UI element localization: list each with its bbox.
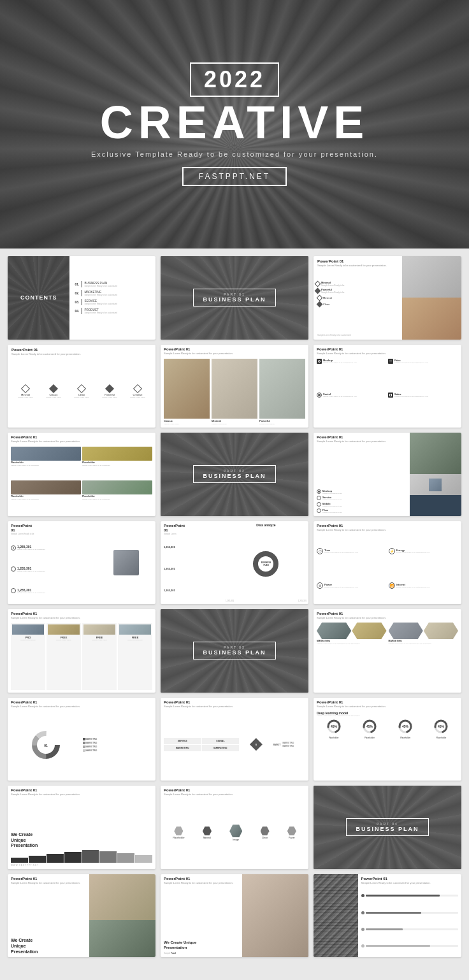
hero-brand: FASTPPT.NET [199,172,270,181]
slide7-sub: Sample Lorem Ready to be customized for … [11,440,152,443]
slide18-title: PowerPoint 01 [317,700,458,704]
slide-9[interactable]: PowerPoint 01 Sample Lorem Ready to be c… [314,433,461,516]
slide-17[interactable]: PowerPoint 01 Sample Lorem Ready to be c… [161,698,308,781]
part04-box: PART 04 BUSINESS PLAN [346,818,428,836]
contents-item-3: 03. SERVICE Sample lorem Ready to be cus… [75,299,150,305]
hero-year-box: 2022 [190,62,279,97]
slide-6[interactable]: PowerPoint 01 Sample Lorem Ready to be c… [314,345,461,428]
slide23-title: PowerPoint 01 [164,877,239,881]
slide-24[interactable]: PowerPoint 01 Sample Lorem Ready to be c… [314,874,461,958]
slide-part01[interactable]: PART 01 BUSINESS PLAN [161,256,308,340]
slide-11[interactable]: PowerPoint01 Sample Lorem 1,265,301 1,26… [161,521,308,605]
hero-subtitle: Exclusive Template Ready to be customize… [91,150,378,158]
slide16-sub: Sample Lorem Ready to be customized for … [11,705,152,708]
slide3-title: PowerPoint 01 [317,259,398,263]
part03-inner: PART 03 BUSINESS PLAN [161,609,308,693]
part03-box: PART 03 BUSINESS PLAN [193,642,275,659]
slide-10[interactable]: PowerPoint01 Sample Lorem Ready to be 1,… [8,521,155,605]
slide-5[interactable]: PowerPoint 01 Sample Lorem Ready to be c… [161,345,308,428]
slide6-title: PowerPoint 01 [317,347,458,351]
contents-item-2: 02. MARKETING Sample lorem Ready to be c… [75,290,150,296]
slide-22[interactable]: PowerPoint 01 Sample Lorem Ready to be c… [8,874,155,958]
slide-part04[interactable]: PART 04 BUSINESS PLAN [314,786,461,869]
slide-4[interactable]: PowerPoint 01 Sample Lorem Ready to be c… [8,345,155,428]
slide23-sub: Sample Lorem Ready to be customized for … [164,881,239,884]
slide22-sub: Sample Lorem Ready to be customized for … [11,881,86,884]
hero-content: 2022 CREATIVE Exclusive Template Ready t… [91,62,378,186]
svg-text:45%: 45% [438,724,445,728]
slide9-title: PowerPoint 01 [317,435,407,439]
contents-right-panel: 01. BUSINESS PLAN Sample lorem Ready to … [69,256,155,340]
slide19-sub: Sample Lorem Ready to be customized for … [11,793,152,796]
slide17-title: PowerPoint 01 [164,700,305,704]
slide6-sub: Sample Lorem Ready to be customized for … [317,352,458,355]
slide4-title: PowerPoint 01 [11,348,152,352]
part01-box: PART 01 BUSINESS PLAN [193,289,275,306]
slide-15[interactable]: PowerPoint 01 Sample Lorem Ready to be c… [314,609,461,693]
part01-name: BUSINESS PLAN [203,296,266,303]
slide24-title: PowerPoint 01 [361,877,458,881]
slide20-title: PowerPoint 01 [164,788,305,792]
slide12-sub: Sample Lorem Ready to be customized for … [317,528,458,531]
slide22-title: PowerPoint 01 [11,877,86,881]
hero-title: CREATIVE [91,99,378,145]
slide9-sub: Sample Lorem Ready to be customized for … [317,440,407,443]
bottom-space [0,965,469,972]
hero-year: 2022 [204,66,265,93]
svg-text:45%: 45% [366,724,373,728]
slide13-sub: Sample Lorem Ready to be customized for … [11,616,152,619]
contents-left-panel: CONTENTS [8,256,69,340]
slide4-sub: Sample Lorem Ready to be customized for … [11,352,152,356]
part01-inner: PART 01 BUSINESS PLAN [161,256,308,340]
slide-23[interactable]: PowerPoint 01 Sample Lorem Ready to be c… [161,874,308,958]
part02-inner: PART 02 BUSINESS PLAN [161,433,308,516]
slide-20[interactable]: PowerPoint 01 Sample Lorem Ready to be c… [161,786,308,869]
slide-part03[interactable]: PART 03 BUSINESS PLAN [161,609,308,693]
part03-name: BUSINESS PLAN [203,649,266,656]
svg-text:01: 01 [44,744,48,747]
slide20-sub: Sample Lorem Ready to be customized for … [164,793,305,796]
part04-inner: PART 04 BUSINESS PLAN [314,786,461,869]
svg-text:45%: 45% [331,724,338,728]
slide15-sub: Sample Lorem Ready to be customized for … [317,616,458,619]
slide24-sub: Sample Lorem Ready to be customized for … [361,881,458,884]
contents-label: CONTENTS [20,294,57,301]
slide7-title: PowerPoint 01 [11,435,152,439]
slide17-sub: Sample Lorem Ready to be customized for … [164,705,305,708]
slide-13[interactable]: PowerPoint 01 Sample Lorem Ready to be c… [8,609,155,693]
slide13-title: PowerPoint 01 [11,612,152,616]
part02-name: BUSINESS PLAN [203,473,266,479]
hero-section: 2022 CREATIVE Exclusive Template Ready t… [0,0,469,249]
hero-brand-box: FASTPPT.NET [182,167,287,186]
slide-3[interactable]: PowerPoint 01 Sample Lorem Ready to be c… [314,256,461,340]
slides-grid: CONTENTS 01. BUSINESS PLAN Sample lorem … [0,249,469,965]
slide3-sub: Sample Lorem Ready to be customized for … [317,264,398,267]
slide5-title: PowerPoint 01 [164,347,305,351]
part02-box: PART 02 BUSINESS PLAN [193,465,275,483]
slide-18[interactable]: PowerPoint 01 Sample Lorem Ready to be c… [314,698,461,781]
slide-16[interactable]: PowerPoint 01 Sample Lorem Ready to be c… [8,698,155,781]
slide5-sub: Sample Lorem Ready to be customized for … [164,352,305,355]
slide-contents[interactable]: CONTENTS 01. BUSINESS PLAN Sample lorem … [8,256,155,340]
slide15-title: PowerPoint 01 [317,612,458,616]
slide-part02[interactable]: PART 02 BUSINESS PLAN [161,433,308,516]
contents-item-1: 01. BUSINESS PLAN Sample lorem Ready to … [75,281,150,287]
slide-12[interactable]: PowerPoint 01 Sample Lorem Ready to be c… [314,521,461,605]
slide12-title: PowerPoint 01 [317,524,458,528]
slide-7[interactable]: PowerPoint 01 Sample Lorem Ready to be c… [8,433,155,516]
slide19-title: PowerPoint 01 [11,788,152,792]
slide-19[interactable]: PowerPoint 01 Sample Lorem Ready to be c… [8,786,155,869]
svg-text:45%: 45% [402,724,409,728]
slide16-title: PowerPoint 01 [11,700,152,704]
part04-name: BUSINESS PLAN [356,826,419,832]
contents-item-4: 04. PRODUCT Sample lorem Ready to be cus… [75,308,150,314]
slide18-sub: Sample Lorem Ready to be customized for … [317,705,458,708]
